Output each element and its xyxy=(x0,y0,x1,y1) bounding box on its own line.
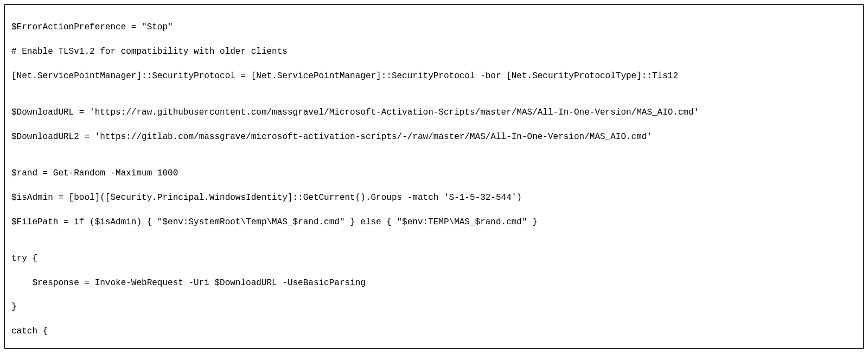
code-line: # Enable TLSv1.2 for compatibility with … xyxy=(11,46,857,58)
code-line: $DownloadURL2 = 'https://gitlab.com/mass… xyxy=(11,131,857,143)
code-line: catch { xyxy=(11,325,857,337)
code-line: try { xyxy=(11,253,857,264)
code-line: $FilePath = if ($isAdmin) { "$env:System… xyxy=(11,216,857,228)
code-line: $DownloadURL = 'https://raw.githubuserco… xyxy=(11,106,857,118)
code-line: [Net.ServicePointManager]::SecurityProto… xyxy=(11,70,857,82)
code-line: } xyxy=(11,301,857,313)
code-line: $ErrorActionPreference = "Stop" xyxy=(11,21,857,33)
code-line: $response = Invoke-WebRequest -Uri $Down… xyxy=(11,277,857,289)
code-line: $isAdmin = [bool]([Security.Principal.Wi… xyxy=(11,192,857,204)
code-block: $ErrorActionPreference = "Stop" # Enable… xyxy=(4,4,864,349)
code-line: $rand = Get-Random -Maximum 1000 xyxy=(11,167,857,179)
